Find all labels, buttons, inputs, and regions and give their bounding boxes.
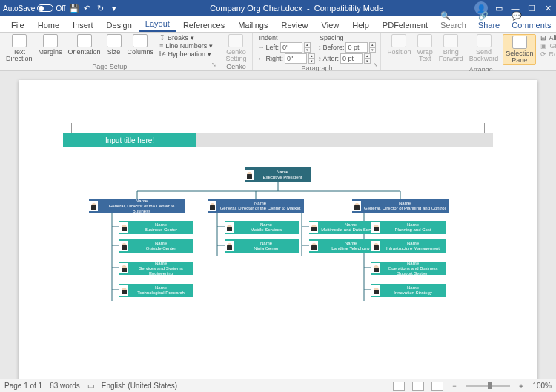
spacing-after-field[interactable]: ↕ After:0 pt▴▾ [318, 53, 377, 64]
read-mode-icon[interactable] [393, 382, 405, 391]
avatar-icon [352, 201, 361, 211]
language[interactable]: English (United States) [102, 382, 177, 390]
node-director-1[interactable]: NameGeneral, Director of the Center to B… [89, 199, 185, 213]
save-icon[interactable]: 💾 [69, 3, 79, 13]
page[interactable]: Input title here! NameExecutive Presiden… [19, 80, 537, 379]
line-numbers-button[interactable]: ≡ Line Numbers ▾ [158, 42, 214, 50]
share-button[interactable]: 🔗 Share [472, 9, 506, 32]
size-label: Size [107, 49, 121, 56]
node-leaf[interactable]: NameInnovation Strategy [371, 284, 446, 297]
indent-right-field[interactable]: ← Right:0"▴▾ [257, 53, 315, 64]
orientation-button[interactable]: Orientation [67, 34, 102, 56]
search-placeholder: Search [440, 21, 466, 30]
tab-pdfelement[interactable]: PDFelement [376, 19, 434, 32]
title-band[interactable]: Input title here! [63, 133, 493, 147]
indent-left-field[interactable]: → Left:0"▴▾ [257, 42, 315, 53]
comments-button[interactable]: 💬 Comments [506, 9, 556, 32]
orientation-label: Orientation [68, 49, 101, 56]
text-direction-button[interactable]: Text Direction [4, 34, 34, 62]
word-count[interactable]: 83 words [50, 382, 80, 390]
zoom-slider[interactable] [466, 385, 510, 387]
stepper-down-icon[interactable]: ▾ [369, 47, 376, 53]
columns-icon [133, 34, 148, 47]
redo-icon[interactable]: ↻ [96, 3, 106, 13]
spacing-before-field[interactable]: ↕ Before:0 pt▴▾ [318, 42, 377, 53]
autosave-state: Off [56, 4, 65, 13]
tab-references[interactable]: References [176, 19, 231, 32]
node-president[interactable]: NameExecutive President [245, 167, 311, 182]
title-placeholder[interactable]: Input title here! [63, 133, 196, 147]
spellcheck-icon[interactable]: ▭ [87, 382, 94, 390]
zoom-out-icon[interactable]: － [451, 381, 458, 391]
paragraph-launcher[interactable]: ⤡ [371, 62, 379, 69]
hyphenation-label: Hyphenation [168, 50, 205, 58]
tab-file[interactable]: File [4, 19, 31, 32]
stepper-up-icon[interactable]: ▴ [308, 53, 315, 59]
genko-group-label: Genko [224, 62, 248, 71]
page-number[interactable]: Page 1 of 1 [4, 382, 42, 390]
stepper-up-icon[interactable]: ▴ [369, 42, 376, 47]
selection-pane-button[interactable]: Selection Pane [503, 34, 536, 65]
rotate-button: ⟳ Rotate ▾ [539, 50, 556, 58]
tab-view[interactable]: View [315, 19, 346, 32]
node-leaf[interactable]: NameServices and Systems Engineering [119, 262, 193, 275]
undo-icon[interactable]: ↶ [82, 3, 93, 13]
avatar-icon [309, 222, 318, 233]
tab-insert[interactable]: Insert [66, 19, 100, 32]
zoom-in-icon[interactable]: ＋ [517, 381, 525, 391]
node-leaf[interactable]: NameNinja Center [225, 239, 299, 253]
node-leaf[interactable]: NamePlanning and Cost [371, 221, 446, 234]
node-director-2[interactable]: NameGeneral, Director of the Center to M… [208, 199, 304, 213]
margins-button[interactable]: Margins [37, 34, 64, 56]
zoom-level[interactable]: 100% [532, 382, 552, 390]
avatar-icon [119, 222, 128, 233]
breaks-button[interactable]: ↧ Breaks ▾ [158, 34, 214, 41]
node-leaf[interactable]: NameOperations and Business Support Syst… [371, 262, 446, 275]
columns-label: Columns [128, 49, 154, 56]
stepper-down-icon[interactable]: ▾ [364, 59, 371, 64]
web-layout-icon[interactable] [431, 382, 443, 391]
qat-dropdown-icon[interactable]: ▾ [109, 3, 119, 13]
stepper-down-icon[interactable]: ▾ [308, 59, 315, 64]
hyphenation-button[interactable]: bª Hyphenation ▾ [158, 50, 214, 58]
avatar-icon [245, 170, 254, 180]
avatar-icon [371, 263, 380, 273]
search-box[interactable]: 🔍 Search [434, 9, 472, 32]
node-director-3[interactable]: NameGeneral, Director of Planning and Co… [352, 199, 449, 213]
stepper-up-icon[interactable]: ▴ [364, 53, 371, 59]
stepper-up-icon[interactable]: ▴ [304, 42, 311, 47]
spacing-after-value[interactable]: 0 pt [340, 53, 363, 64]
margin-corner-tl [62, 123, 72, 133]
wrap-text-button: Wrap Text [415, 34, 434, 62]
node-leaf[interactable]: NameOutside Center [119, 239, 193, 253]
group-page-setup: Text Direction Margins Orientation Size … [0, 33, 219, 70]
node-leaf[interactable]: NameInfrastructure Management [371, 239, 446, 253]
align-button[interactable]: ⊟ Align ▾ [539, 34, 556, 41]
avatar-icon [119, 285, 128, 296]
avatar-icon [371, 241, 380, 251]
indent-right-value[interactable]: 0" [285, 53, 307, 64]
indent-left-value[interactable]: 0" [280, 42, 302, 53]
tab-home[interactable]: Home [31, 19, 66, 32]
columns-button[interactable]: Columns [126, 34, 156, 56]
page-setup-launcher[interactable]: ⤡ [210, 62, 217, 69]
spacing-before-value[interactable]: 0 pt [345, 42, 368, 53]
tab-review[interactable]: Review [275, 19, 315, 32]
document-area[interactable]: Input title here! NameExecutive Presiden… [0, 71, 556, 379]
node-leaf[interactable]: NameTechnological Research [119, 284, 193, 297]
node-text: NamePlanning and Cost [380, 222, 446, 233]
tab-help[interactable]: Help [345, 19, 376, 32]
autosave-toggle[interactable]: AutoSave Off [3, 4, 66, 13]
node-leaf[interactable]: NameMobile Services [225, 221, 299, 234]
autosave-switch-icon[interactable] [37, 4, 53, 12]
avatar-icon [225, 222, 234, 233]
tab-design[interactable]: Design [100, 19, 139, 32]
size-button[interactable]: Size [105, 34, 123, 56]
stepper-down-icon[interactable]: ▾ [304, 47, 311, 53]
node-leaf[interactable]: NameBusiness Center [119, 221, 193, 234]
node-text: NameInfrastructure Management [380, 240, 446, 252]
tab-layout[interactable]: Layout [139, 17, 176, 32]
print-layout-icon[interactable] [412, 382, 424, 391]
tab-mailings[interactable]: Mailings [231, 19, 274, 32]
org-chart[interactable]: NameExecutive President NameGeneral, Dir… [70, 167, 486, 379]
